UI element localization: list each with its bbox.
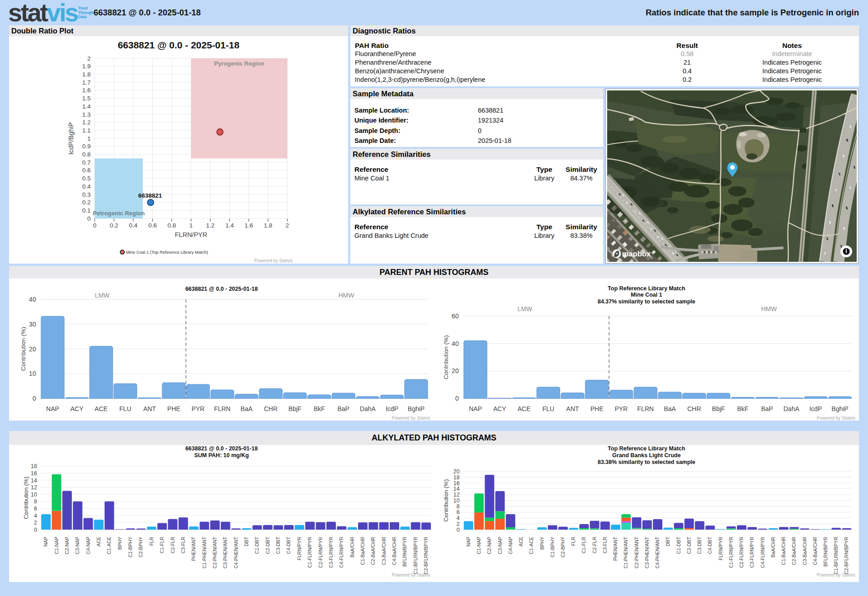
svg-text:C3-FLR: C3-FLR (602, 537, 608, 553)
svg-text:Petrogenic Region: Petrogenic Region (93, 210, 145, 217)
svg-text:FLRN/PYR: FLRN/PYR (175, 231, 208, 238)
svg-text:FLRN: FLRN (637, 405, 654, 412)
svg-text:BPHY: BPHY (539, 537, 545, 550)
svg-text:C1-ACE: C1-ACE (528, 537, 534, 554)
svg-text:Contribution (%): Contribution (%) (23, 477, 29, 519)
svg-text:ACE: ACE (518, 537, 524, 547)
svg-text:2: 2 (34, 520, 37, 526)
svg-text:1.7: 1.7 (82, 79, 91, 86)
svg-text:BghiP: BghiP (408, 405, 425, 412)
svg-text:30: 30 (29, 321, 36, 328)
svg-text:6: 6 (34, 506, 37, 512)
svg-text:1: 1 (189, 222, 193, 229)
svg-text:C1-BFLRN/BPYR: C1-BFLRN/BPYR (833, 537, 839, 574)
svg-text:C2-BFLRN/BPYR: C2-BFLRN/BPYR (423, 537, 429, 574)
svg-text:6638821 @ 0.0 - 2025-01-18: 6638821 @ 0.0 - 2025-01-18 (118, 40, 239, 50)
svg-text:C2-FLR: C2-FLR (170, 537, 175, 553)
svg-text:NAP: NAP (466, 537, 471, 547)
svg-text:PHEN/ANT: PHEN/ANT (191, 536, 196, 561)
svg-text:C4-DBT: C4-DBT (707, 536, 712, 554)
svg-text:4: 4 (457, 515, 460, 521)
svg-text:BaA: BaA (664, 405, 676, 412)
svg-text:1.4: 1.4 (225, 222, 234, 229)
svg-text:12: 12 (453, 492, 460, 498)
svg-text:C2-PHEN/ANT: C2-PHEN/ANT (212, 536, 217, 568)
svg-text:C4-PHEN/ANT: C4-PHEN/ANT (655, 536, 660, 568)
svg-text:C3-DBT: C3-DBT (697, 536, 702, 554)
svg-text:C2-PHEN/ANT: C2-PHEN/ANT (634, 536, 639, 568)
svg-text:Mine Coal 1 (Top Reference Lib: Mine Coal 1 (Top Reference Library Match… (126, 250, 208, 255)
svg-text:C3-BaA/CHR: C3-BaA/CHR (381, 537, 387, 565)
svg-text:20: 20 (29, 345, 36, 353)
svg-text:C3-PHEN/ANT: C3-PHEN/ANT (644, 536, 650, 568)
svg-text:1.6: 1.6 (245, 222, 253, 229)
svg-text:0.2: 0.2 (82, 199, 91, 206)
svg-text:6: 6 (457, 509, 460, 516)
svg-text:C2-FLRN/PYR: C2-FLRN/PYR (318, 537, 323, 568)
svg-text:1.9: 1.9 (82, 63, 91, 70)
svg-text:Top Reference Library Match: Top Reference Library Match (608, 445, 685, 452)
svg-text:C2-BFLRN/BPYR: C2-BFLRN/BPYR (844, 537, 849, 574)
svg-text:1.3: 1.3 (82, 111, 91, 118)
svg-text:IcdP/BghiP: IcdP/BghiP (67, 122, 75, 155)
svg-text:C1-PHEN/ANT: C1-PHEN/ANT (623, 536, 628, 568)
svg-text:SUM PAH: 10 mg/Kg: SUM PAH: 10 mg/Kg (194, 452, 249, 459)
svg-text:C2-DBT: C2-DBT (686, 536, 692, 554)
svg-text:83.38% similarity to selected: 83.38% similarity to selected sample (598, 459, 695, 465)
svg-text:C3-FLR: C3-FLR (180, 537, 186, 553)
svg-text:HMW: HMW (339, 292, 355, 299)
svg-text:C2-NAP: C2-NAP (486, 537, 492, 554)
svg-text:Mine Coal 1: Mine Coal 1 (631, 292, 662, 298)
svg-text:BaA/CHR: BaA/CHR (349, 537, 355, 558)
svg-text:PHE: PHE (167, 405, 180, 412)
svg-text:0.3: 0.3 (82, 191, 91, 198)
svg-text:0: 0 (34, 527, 37, 533)
svg-text:1.6: 1.6 (82, 87, 91, 94)
svg-text:8: 8 (34, 498, 37, 505)
svg-text:BaP: BaP (761, 405, 773, 412)
svg-text:NAP: NAP (469, 405, 482, 412)
svg-text:C4-FLRN/PYR: C4-FLRN/PYR (339, 537, 344, 568)
svg-text:C3-FLRN/PYR: C3-FLRN/PYR (328, 537, 334, 568)
svg-text:BaA/CHR: BaA/CHR (770, 537, 776, 558)
svg-text:40: 40 (452, 340, 459, 347)
svg-text:0.7: 0.7 (82, 159, 91, 166)
svg-text:6638821 @ 0.0 - 2025-01-18: 6638821 @ 0.0 - 2025-01-18 (185, 445, 258, 452)
svg-text:C1-BFLRN/BPYR: C1-BFLRN/BPYR (413, 537, 418, 574)
svg-text:IcdP: IcdP (809, 405, 822, 412)
svg-text:BkF: BkF (314, 405, 325, 412)
svg-text:BaP: BaP (337, 405, 349, 412)
svg-text:10: 10 (29, 370, 36, 377)
svg-text:BFLRN/BPYR: BFLRN/BPYR (402, 537, 407, 567)
svg-text:1.1: 1.1 (82, 127, 91, 134)
svg-text:18: 18 (31, 463, 37, 469)
svg-text:BaA: BaA (241, 405, 253, 412)
svg-text:12: 12 (31, 484, 37, 491)
svg-text:C1-DBT: C1-DBT (254, 536, 259, 554)
svg-text:C1-BPHY: C1-BPHY (127, 537, 133, 558)
svg-text:40: 40 (29, 296, 36, 303)
svg-text:FLU: FLU (119, 405, 131, 412)
svg-text:mapbox: mapbox (622, 250, 651, 258)
svg-text:18: 18 (453, 474, 460, 481)
svg-text:1: 1 (87, 135, 91, 142)
svg-text:FLR: FLR (571, 537, 576, 546)
svg-text:1.2: 1.2 (206, 222, 215, 229)
svg-text:C1-PHEN/ANT: C1-PHEN/ANT (202, 536, 207, 568)
svg-text:14: 14 (31, 478, 37, 484)
svg-text:ANT: ANT (143, 405, 156, 412)
svg-text:C3-DBT: C3-DBT (275, 536, 281, 554)
svg-text:ACE: ACE (96, 537, 101, 547)
svg-text:BbjF: BbjF (712, 405, 725, 412)
svg-text:Contribution (%): Contribution (%) (443, 479, 449, 522)
svg-text:2: 2 (87, 55, 91, 62)
svg-text:LMW: LMW (95, 292, 110, 299)
svg-text:C3-FLRN/PYR: C3-FLRN/PYR (749, 537, 755, 568)
svg-text:0: 0 (455, 395, 459, 402)
svg-text:C4-PHEN/ANT: C4-PHEN/ANT (233, 536, 239, 568)
svg-text:FLR: FLR (149, 537, 154, 546)
svg-text:C4-BaA/CHR: C4-BaA/CHR (392, 537, 397, 565)
svg-text:C4-FLRN/PYR: C4-FLRN/PYR (760, 537, 765, 568)
svg-text:0.6: 0.6 (148, 222, 157, 229)
svg-text:CHR: CHR (687, 405, 701, 412)
